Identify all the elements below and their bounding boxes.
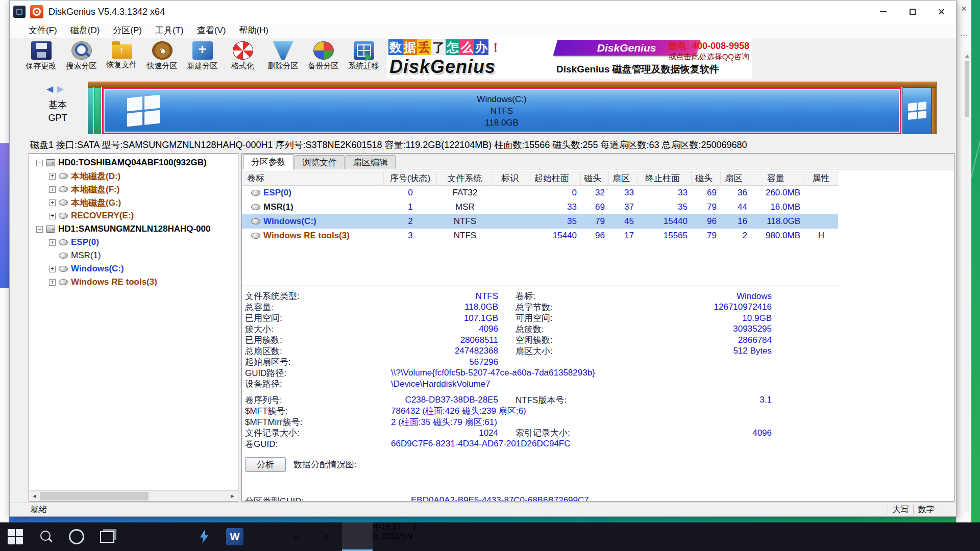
taskbar-app-word[interactable]: W xyxy=(219,522,250,551)
tree-node-5[interactable]: −HD1:SAMSUNGMZNLN128HAHQ-000 xyxy=(29,222,238,236)
menu-item-4[interactable]: 查看(V) xyxy=(190,23,233,38)
expand-icon[interactable]: + xyxy=(49,199,56,206)
analyze-button[interactable]: 分析 xyxy=(245,457,286,472)
tab-sector-edit[interactable]: 扇区编辑 xyxy=(346,155,396,169)
next-disk-icon[interactable]: ▶ xyxy=(57,84,64,94)
menu-item-5[interactable]: 帮助(H) xyxy=(232,23,275,38)
toolbar-search-partition-button[interactable]: 搜索分区 xyxy=(61,38,102,80)
taskbar-app-lightning[interactable] xyxy=(189,522,219,551)
tree-node-4[interactable]: +RECOVERY(E:) xyxy=(29,209,238,222)
disk-info-line: 磁盘1 接口:SATA 型号:SAMSUNGMZNLN128HAHQ-000H1… xyxy=(10,137,956,152)
toolbar-quick-partition-button[interactable]: 快速分区 xyxy=(142,38,182,80)
tree-node-1[interactable]: +本地磁盘(D:) xyxy=(29,169,238,183)
tree-node-6[interactable]: +ESP(0) xyxy=(29,236,238,249)
column-header-7[interactable]: 终止柱面 xyxy=(638,171,692,185)
ad-banner[interactable]: 数据丢了怎么办！ DiskGenius DiskGenius 致电: 400-0… xyxy=(387,38,752,79)
toolbar-recover-files-button[interactable]: 恢复文件 xyxy=(102,38,142,80)
action-center-button[interactable]: 2 xyxy=(412,522,417,551)
column-header-10[interactable]: 容量 xyxy=(751,171,804,185)
collapse-icon[interactable]: − xyxy=(36,160,43,166)
cortana-button[interactable] xyxy=(61,522,92,551)
task-view-button[interactable] xyxy=(92,522,122,551)
taskbar-clock[interactable]: 18:37 2022/5/9 xyxy=(381,522,412,551)
table-header: 卷标序号(状态)文件系统标识起始柱面磁头扇区终止柱面磁头扇区容量属性 xyxy=(242,171,838,186)
tree-node-8[interactable]: +Windows(C:) xyxy=(29,262,238,276)
ad-qq-link[interactable]: 或点击此处选择QQ咨询 xyxy=(669,52,749,62)
tree-node-2[interactable]: +本地磁盘(F:) xyxy=(29,183,238,196)
expand-icon[interactable]: + xyxy=(49,239,56,246)
scroll-thumb[interactable] xyxy=(965,61,969,117)
bg-more-icon[interactable]: … xyxy=(960,29,968,38)
column-header-4[interactable]: 起始柱面 xyxy=(527,171,581,185)
column-header-0[interactable]: 卷标 xyxy=(242,171,384,185)
column-header-9[interactable]: 扇区 xyxy=(721,171,751,185)
tree-node-3[interactable]: +本地磁盘(G:) xyxy=(29,196,238,209)
expand-icon[interactable]: + xyxy=(49,186,56,193)
save-changes-icon xyxy=(31,41,52,60)
toolbar-save-changes-button[interactable]: 保存更改 xyxy=(21,38,61,80)
lightning-icon xyxy=(195,528,213,546)
taskbar-app-edge[interactable]: e xyxy=(311,522,342,551)
column-header-1[interactable]: 序号(状态) xyxy=(384,171,437,185)
tab-partition-params[interactable]: 分区参数 xyxy=(243,154,293,169)
menu-item-0[interactable]: 文件(F) xyxy=(22,23,64,38)
expand-icon[interactable]: + xyxy=(49,213,56,219)
tree-node-label: Windows RE tools(3) xyxy=(71,277,157,287)
tray-ime[interactable]: 中 xyxy=(373,522,381,533)
tree-node-9[interactable]: +Windows RE tools(3) xyxy=(29,276,238,289)
prev-disk-icon[interactable]: ◀ xyxy=(46,84,53,94)
expand-icon[interactable]: + xyxy=(49,266,56,272)
expand-icon[interactable]: + xyxy=(49,173,56,180)
minimize-icon xyxy=(880,11,887,12)
toolbar-system-migration-button[interactable]: 系统迁移 xyxy=(344,38,384,80)
tree-hscrollbar[interactable]: ◄ ► xyxy=(29,490,238,501)
expand-icon[interactable]: + xyxy=(49,279,56,286)
toolbar-format-button[interactable]: 格式化 xyxy=(223,38,263,80)
column-header-3[interactable]: 标识 xyxy=(493,171,527,185)
tab-browse-files[interactable]: 浏览文件 xyxy=(295,155,345,169)
tray-sogou[interactable]: S xyxy=(373,533,381,542)
menu-item-1[interactable]: 磁盘(D) xyxy=(64,23,107,38)
toolbar-delete-partition-button[interactable]: 删除分区 xyxy=(263,38,303,80)
taskbar-app-diskgenius[interactable] xyxy=(342,522,373,551)
partition-icon xyxy=(59,253,68,259)
scroll-up-icon[interactable] xyxy=(965,53,969,58)
re-partition-block[interactable] xyxy=(902,87,932,134)
new-partition-icon xyxy=(192,41,213,60)
tree-node-0[interactable]: −HD0:TOSHIBAMQ04ABF100(932GB) xyxy=(29,156,238,169)
table-row-2[interactable]: Windows(C:)2NTFS 357945154409616118.0GB xyxy=(242,214,838,229)
scroll-right-icon[interactable]: ► xyxy=(227,493,238,499)
taskbar-app-explorer[interactable] xyxy=(250,522,281,551)
minimize-button[interactable] xyxy=(869,1,898,23)
scroll-left-icon[interactable]: ◄ xyxy=(29,493,40,499)
windows-partition-block[interactable]: Windows(C:) NTFS 118.0GB xyxy=(102,87,901,134)
table-row-3[interactable]: Windows RE tools(3)3NTFS 154409617155657… xyxy=(242,229,838,243)
msr-partition-block[interactable] xyxy=(94,87,101,134)
menu-item-2[interactable]: 分区(P) xyxy=(106,23,149,38)
column-header-6[interactable]: 扇区 xyxy=(609,171,638,185)
column-header-5[interactable]: 磁头 xyxy=(581,171,609,185)
column-header-11[interactable]: 属性 xyxy=(804,171,838,185)
bg-close-icon[interactable]: × xyxy=(961,3,967,14)
close-button[interactable]: × xyxy=(927,1,956,23)
esp-partition-block[interactable] xyxy=(88,87,93,134)
collapse-icon[interactable]: − xyxy=(36,226,43,233)
disk-icon xyxy=(46,226,55,233)
toolbar-new-partition-button[interactable]: 新建分区 xyxy=(182,38,223,80)
column-header-2[interactable]: 文件系统 xyxy=(437,171,493,185)
tree-node-7[interactable]: MSR(1) xyxy=(29,249,238,262)
start-button[interactable] xyxy=(0,522,31,551)
toolbar-backup-partition-button[interactable]: 备份分区 xyxy=(303,38,344,80)
ad-brand: DiskGenius xyxy=(389,57,496,77)
bg-scrollbar[interactable] xyxy=(964,51,970,512)
menu-item-3[interactable]: 工具(T) xyxy=(149,23,190,38)
column-header-8[interactable]: 磁头 xyxy=(692,171,721,185)
table-row-1[interactable]: MSR(1)1MSR 33693735794416.0MB xyxy=(242,200,838,214)
maximize-button[interactable] xyxy=(898,1,927,23)
tree-node-label: 本地磁盘(G:) xyxy=(71,197,121,209)
scroll-thumb[interactable] xyxy=(40,492,149,500)
table-row-0[interactable]: ESP(0)0FAT32 03233336936260.0MB xyxy=(242,186,838,200)
taskbar-search-button[interactable] xyxy=(31,522,61,551)
start-icon xyxy=(6,528,24,546)
taskbar-app-browser[interactable]: e xyxy=(281,522,311,551)
